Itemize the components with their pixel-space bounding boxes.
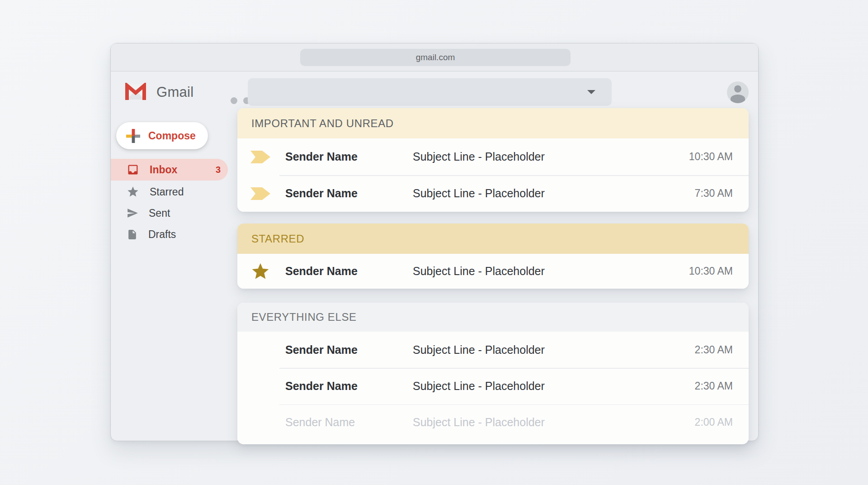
- address-bar[interactable]: gmail.com: [300, 49, 571, 66]
- email-sender: Sender Name: [285, 343, 393, 357]
- email-row[interactable]: Sender Name Subject Line - Placeholder 7…: [237, 175, 749, 212]
- email-sender: Sender Name: [285, 187, 393, 200]
- email-subject: Subject Line - Placeholder: [413, 265, 683, 278]
- star-icon: [127, 185, 139, 198]
- email-time: 10:30 AM: [683, 151, 733, 163]
- email-subject: Subject Line - Placeholder: [413, 416, 683, 429]
- email-row[interactable]: Sender Name Subject Line - Placeholder 2…: [237, 368, 749, 404]
- sidebar-item-label: Starred: [150, 186, 184, 198]
- section-header: IMPORTANT AND UNREAD: [237, 108, 749, 138]
- row-icon-spacer: [250, 415, 270, 430]
- email-subject: Subject Line - Placeholder: [413, 187, 683, 200]
- section-title: IMPORTANT AND UNREAD: [251, 117, 394, 130]
- sidebar-item-label: Inbox: [150, 164, 177, 176]
- section-title: EVERYTHING ELSE: [251, 311, 357, 323]
- section-everything-else: EVERYTHING ELSE Sender Name Subject Line…: [237, 303, 749, 444]
- search-input[interactable]: [248, 78, 612, 106]
- compose-label: Compose: [148, 130, 196, 142]
- section-title: STARRED: [251, 233, 304, 245]
- address-bar-url: gmail.com: [416, 52, 455, 62]
- section-header: EVERYTHING ELSE: [237, 303, 749, 332]
- email-time: 2:30 AM: [683, 380, 733, 392]
- gmail-logo-icon: [124, 83, 147, 101]
- plus-multicolor-icon: [126, 129, 140, 143]
- email-subject: Subject Line - Placeholder: [413, 150, 683, 163]
- browser-titlebar: gmail.com: [111, 43, 758, 71]
- email-row[interactable]: Sender Name Subject Line - Placeholder 2…: [237, 404, 749, 441]
- gmail-logo-text: Gmail: [156, 83, 193, 101]
- email-sender: Sender Name: [285, 265, 393, 278]
- sidebar-item-drafts[interactable]: Drafts: [111, 223, 228, 245]
- chevron-down-icon[interactable]: [587, 90, 595, 94]
- account-avatar[interactable]: [727, 81, 749, 103]
- sidebar-item-label: Drafts: [148, 228, 176, 241]
- row-icon-spacer: [250, 342, 270, 357]
- sidebar-item-label: Sent: [149, 207, 170, 219]
- section-starred: STARRED Sender Name Subject Line - Place…: [237, 223, 749, 289]
- star-gold-icon[interactable]: [250, 264, 270, 279]
- email-sender: Sender Name: [285, 380, 393, 393]
- inbox-unread-badge: 3: [216, 165, 221, 175]
- draft-icon: [127, 229, 138, 240]
- email-row[interactable]: Sender Name Subject Line - Placeholder 2…: [237, 332, 749, 368]
- sidebar-item-sent[interactable]: Sent: [111, 202, 228, 224]
- row-icon-spacer: [250, 378, 270, 394]
- send-icon: [127, 207, 138, 219]
- section-header: STARRED: [237, 223, 749, 254]
- inbox-icon: [127, 163, 139, 176]
- email-row[interactable]: Sender Name Subject Line - Placeholder 1…: [237, 138, 749, 175]
- email-time: 7:30 AM: [683, 187, 733, 200]
- email-subject: Subject Line - Placeholder: [413, 343, 683, 357]
- browser-window: gmail.com Gmail: [110, 43, 759, 441]
- email-subject: Subject Line - Placeholder: [413, 380, 683, 393]
- email-sender: Sender Name: [285, 416, 393, 429]
- email-time: 2:00 AM: [683, 416, 733, 428]
- desktop-background: gmail.com Gmail: [0, 0, 868, 485]
- importance-marker-icon[interactable]: [250, 186, 270, 201]
- importance-marker-icon[interactable]: [250, 149, 270, 165]
- email-sender: Sender Name: [285, 150, 393, 163]
- section-important-and-unread: IMPORTANT AND UNREAD Sender Name Subject…: [237, 108, 749, 212]
- close-window-icon[interactable]: [231, 97, 237, 104]
- email-time: 2:30 AM: [683, 344, 733, 356]
- sidebar-item-starred[interactable]: Starred: [111, 181, 228, 203]
- sidebar-item-inbox[interactable]: Inbox 3: [111, 159, 228, 181]
- compose-button[interactable]: Compose: [116, 122, 208, 149]
- email-time: 10:30 AM: [683, 265, 733, 277]
- email-row[interactable]: Sender Name Subject Line - Placeholder 1…: [237, 254, 749, 289]
